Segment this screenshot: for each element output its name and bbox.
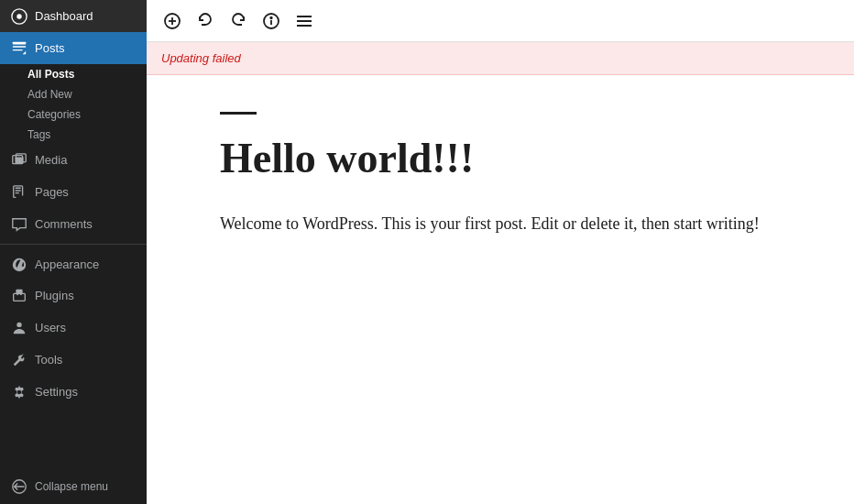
sidebar-item-pages[interactable]: Pages bbox=[0, 176, 147, 208]
svg-rect-10 bbox=[16, 188, 21, 189]
sidebar: Dashboard Posts All Posts Add New Catego… bbox=[0, 0, 147, 504]
sidebar-label-users: Users bbox=[35, 321, 66, 334]
svg-marker-5 bbox=[23, 50, 27, 54]
sidebar-label-tools: Tools bbox=[35, 353, 62, 367]
add-block-button[interactable] bbox=[158, 6, 187, 36]
main-content: Updating failed Hello world!!! Welcome t… bbox=[147, 0, 854, 504]
svg-rect-8 bbox=[16, 158, 24, 164]
sidebar-label-comments: Comments bbox=[35, 217, 93, 231]
svg-rect-15 bbox=[14, 294, 26, 301]
sidebar-item-appearance[interactable]: Appearance bbox=[0, 248, 147, 280]
appearance-icon bbox=[11, 256, 27, 273]
list-view-button[interactable] bbox=[290, 6, 319, 36]
sidebar-label-dashboard: Dashboard bbox=[35, 9, 93, 23]
svg-rect-11 bbox=[16, 190, 21, 191]
sidebar-item-comments[interactable]: Comments bbox=[0, 208, 147, 240]
svg-point-18 bbox=[16, 323, 21, 327]
posts-icon bbox=[11, 39, 27, 57]
svg-rect-29 bbox=[297, 25, 312, 27]
sidebar-label-media: Media bbox=[35, 153, 67, 167]
svg-rect-27 bbox=[297, 16, 312, 17]
redo-button[interactable] bbox=[224, 6, 253, 36]
svg-rect-12 bbox=[16, 192, 20, 193]
error-message: Updating failed bbox=[161, 51, 241, 65]
sidebar-item-all-posts[interactable]: All Posts bbox=[27, 64, 147, 84]
post-title[interactable]: Hello world!!! bbox=[220, 133, 781, 183]
post-content[interactable]: Welcome to WordPress. This is your first… bbox=[220, 211, 770, 237]
undo-button[interactable] bbox=[191, 6, 220, 36]
collapse-menu-label: Collapse menu bbox=[35, 480, 108, 493]
settings-icon bbox=[11, 383, 27, 400]
sidebar-label-settings: Settings bbox=[35, 385, 78, 399]
sidebar-item-users[interactable]: Users bbox=[0, 312, 147, 344]
svg-rect-28 bbox=[297, 20, 312, 22]
editor-toolbar bbox=[147, 0, 854, 42]
sidebar-label-plugins: Plugins bbox=[35, 289, 74, 302]
media-icon bbox=[11, 152, 27, 170]
post-separator bbox=[220, 112, 257, 115]
svg-point-26 bbox=[270, 16, 272, 18]
svg-point-1 bbox=[16, 14, 21, 18]
posts-submenu: All Posts Add New Categories Tags bbox=[0, 64, 147, 145]
comments-icon bbox=[11, 215, 27, 233]
sidebar-divider-1 bbox=[0, 244, 147, 245]
tools-icon bbox=[11, 351, 27, 368]
sidebar-item-add-new[interactable]: Add New bbox=[27, 84, 147, 104]
sidebar-item-plugins[interactable]: Plugins bbox=[0, 280, 147, 312]
svg-rect-17 bbox=[20, 292, 22, 296]
sidebar-label-pages: Pages bbox=[35, 185, 69, 199]
pages-icon bbox=[11, 183, 27, 201]
sidebar-item-settings[interactable]: Settings bbox=[0, 376, 147, 408]
svg-point-19 bbox=[17, 389, 22, 394]
svg-rect-16 bbox=[16, 292, 18, 296]
sidebar-item-tools[interactable]: Tools bbox=[0, 344, 147, 376]
details-button[interactable] bbox=[257, 6, 286, 36]
svg-rect-3 bbox=[13, 46, 26, 47]
collapse-menu-button[interactable]: Collapse menu bbox=[0, 469, 147, 504]
sidebar-item-categories[interactable]: Categories bbox=[27, 104, 147, 125]
dashboard-icon bbox=[11, 7, 27, 25]
collapse-icon bbox=[11, 478, 27, 495]
svg-rect-2 bbox=[13, 41, 26, 44]
plugins-icon bbox=[11, 288, 27, 305]
sidebar-item-posts[interactable]: Posts bbox=[0, 32, 147, 64]
svg-rect-13 bbox=[16, 196, 25, 200]
error-banner: Updating failed bbox=[147, 42, 854, 75]
sidebar-label-appearance: Appearance bbox=[35, 257, 99, 271]
svg-rect-4 bbox=[13, 49, 23, 49]
sidebar-item-tags[interactable]: Tags bbox=[27, 125, 147, 145]
sidebar-label-posts: Posts bbox=[35, 41, 65, 55]
users-icon bbox=[11, 319, 27, 336]
sidebar-item-media[interactable]: Media bbox=[0, 145, 147, 177]
editor-area[interactable]: Hello world!!! Welcome to WordPress. Thi… bbox=[147, 75, 854, 504]
sidebar-item-dashboard[interactable]: Dashboard bbox=[0, 0, 147, 32]
